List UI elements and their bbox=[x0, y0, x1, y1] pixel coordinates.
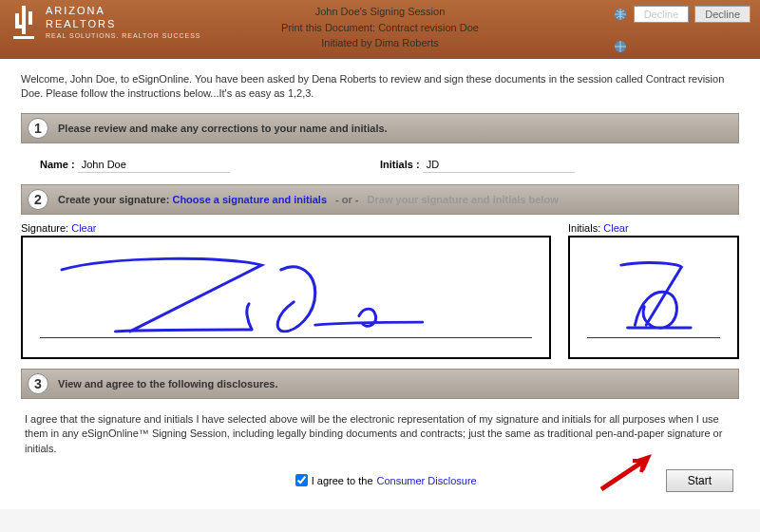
decline-button-ghost[interactable]: Decline bbox=[634, 6, 690, 23]
app-header: ARIZONA REALTORS REAL SOLUTIONS. REALTOR… bbox=[0, 0, 760, 59]
name-initials-row: Name : Initials : bbox=[21, 151, 739, 184]
header-session-info: John Doe's Signing Session Print this Do… bbox=[281, 4, 479, 51]
signature-clear-link[interactable]: Clear bbox=[71, 222, 96, 234]
name-label: Name : bbox=[40, 159, 75, 170]
main-content: Welcome, John Doe, to eSignOnline. You h… bbox=[0, 59, 760, 509]
signature-label: Signature: bbox=[21, 222, 68, 234]
signature-pad[interactable] bbox=[21, 236, 551, 359]
step3-bar: 3 View and agree to the following disclo… bbox=[21, 369, 739, 399]
agree-text: I agree to the bbox=[312, 475, 373, 486]
disclosure-text: I agree that the signature and initials … bbox=[21, 407, 739, 466]
step2-sep: - or - bbox=[335, 194, 358, 205]
step3-title: View and agree to the following disclosu… bbox=[58, 378, 277, 390]
initials-label: Initials : bbox=[380, 159, 420, 170]
initials-pad-label: Initials: bbox=[568, 222, 600, 234]
step3-number: 3 bbox=[28, 373, 48, 394]
signature-drawing bbox=[23, 238, 549, 357]
name-input[interactable] bbox=[78, 157, 230, 173]
welcome-text: Welcome, John Doe, to eSignOnline. You h… bbox=[21, 72, 739, 102]
start-button[interactable]: Start bbox=[666, 469, 733, 492]
step1-number: 1 bbox=[28, 118, 48, 139]
brand-line2: REALTORS bbox=[46, 17, 201, 30]
step1-title: Please review and make any corrections t… bbox=[58, 123, 388, 134]
step2-bar: 2 Create your signature: Choose a signat… bbox=[21, 184, 739, 215]
initials-clear-link[interactable]: Clear bbox=[603, 222, 628, 234]
step1-bar: 1 Please review and make any corrections… bbox=[21, 113, 739, 143]
initiated-by: Initiated by Dima Roberts bbox=[281, 35, 479, 51]
initials-pad[interactable] bbox=[568, 236, 739, 359]
footer-row: I agree to the Consumer Disclosure Start bbox=[21, 466, 739, 496]
globe-icon[interactable] bbox=[614, 8, 627, 21]
decline-button[interactable]: Decline bbox=[694, 6, 750, 23]
step2-muted: Draw your signature and initials below bbox=[368, 194, 559, 205]
initials-input[interactable] bbox=[423, 157, 575, 173]
cactus-icon bbox=[10, 4, 38, 40]
print-line[interactable]: Print this Document: Contract revision D… bbox=[281, 20, 479, 36]
brand-logo: ARIZONA REALTORS REAL SOLUTIONS. REALTOR… bbox=[10, 4, 201, 40]
initials-drawing bbox=[570, 238, 737, 357]
brand-line1: ARIZONA bbox=[46, 4, 201, 17]
session-title: John Doe's Signing Session bbox=[281, 4, 479, 20]
globe-icon[interactable] bbox=[614, 40, 627, 53]
step2-title-a: Create your signature: bbox=[58, 194, 169, 205]
agree-checkbox[interactable] bbox=[295, 474, 308, 486]
consumer-disclosure-link[interactable]: Consumer Disclosure bbox=[377, 475, 477, 486]
choose-signature-link[interactable]: Choose a signature and initials bbox=[172, 194, 327, 205]
brand-sub: REAL SOLUTIONS. REALTOR SUCCESS bbox=[46, 31, 201, 40]
step2-number: 2 bbox=[28, 189, 48, 210]
